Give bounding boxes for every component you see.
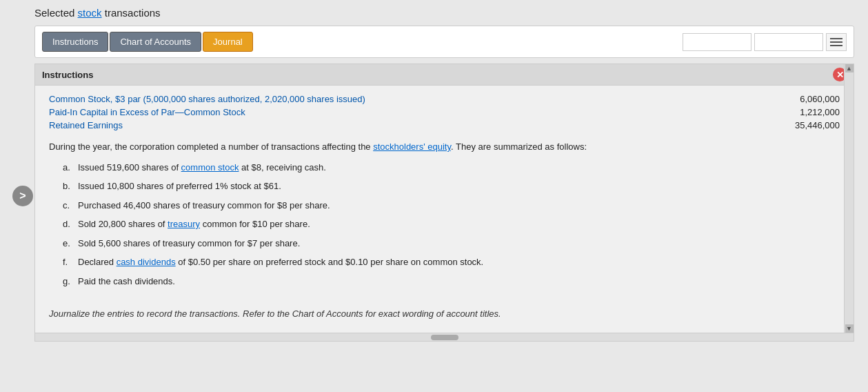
account-value-3: 35,446,000 [771,120,840,130]
trans-label-e: e. [63,237,74,251]
account-name-3: Retained Earnings [49,120,123,130]
trans-text-a: Issued 519,600 shares of common stock at… [78,161,326,175]
journalize-text: Journalize the entries to record the tra… [49,308,840,319]
trans-label-b: b. [63,179,74,193]
tab-buttons: Instructions Chart of Accounts Journal [42,32,683,52]
list-item: a. Issued 519,600 shares of common stock… [63,161,840,175]
account-name-1: Common Stock, $3 par (5,000,000 shares a… [49,94,365,104]
stockholders-equity-link[interactable]: stockholders' equity [373,141,451,152]
trans-text-f: Declared cash dividends of $0.50 per sha… [78,255,483,269]
scroll-up-arrow[interactable]: ▲ [845,64,854,72]
trans-label-c: c. [63,199,74,213]
trans-text-e: Sold 5,600 shares of treasury common for… [78,237,300,251]
scrollbar-right[interactable]: ▲ ▼ [844,64,854,333]
scrollbar-bottom[interactable] [35,333,854,341]
search-input-2[interactable] [754,33,823,51]
tab-instructions[interactable]: Instructions [42,32,108,52]
common-stock-link[interactable]: common stock [181,162,239,173]
cash-dividends-link[interactable]: cash dividends [117,257,176,267]
instructions-panel: Instructions ✕ Common Stock, $3 par (5,0… [34,63,854,342]
treasury-link[interactable]: treasury [168,219,200,229]
trans-text-d: Sold 20,800 shares of treasury common fo… [78,217,310,231]
list-item: f. Declared cash dividends of $0.50 per … [63,255,840,269]
accounts-table: Common Stock, $3 par (5,000,000 shares a… [49,92,840,132]
trans-label-g: g. [63,275,74,288]
list-item: e. Sold 5,600 shares of treasury common … [63,237,840,251]
trans-label-f: f. [63,255,74,269]
menu-line-3 [830,45,842,46]
trans-text-b: Issued 10,800 shares of preferred 1% sto… [78,179,281,193]
instructions-content: Common Stock, $3 par (5,000,000 shares a… [35,86,854,333]
menu-line-2 [830,41,842,43]
tab-bar-container: Instructions Chart of Accounts Journal [34,26,854,58]
trans-text-c: Purchased 46,400 shares of treasury comm… [78,199,330,213]
account-value-1: 6,060,000 [771,94,840,104]
list-item: d. Sold 20,800 shares of treasury common… [63,217,840,231]
account-name-2: Paid-In Capital in Excess of Par—Common … [49,107,245,117]
menu-line-1 [830,38,842,39]
scrollbar-thumb-h [431,335,458,340]
list-item: b. Issued 10,800 shares of preferred 1% … [63,179,840,193]
transactions-list: a. Issued 519,600 shares of common stock… [63,161,840,288]
page-header: Selected stock transactions [34,7,854,19]
tab-journal[interactable]: Journal [203,32,253,52]
header-suffix: transactions [102,7,161,19]
instructions-header: Instructions ✕ [35,64,854,86]
tab-bar-right [683,33,847,51]
trans-text-g: Paid the cash dividends. [78,275,175,288]
tab-chart-of-accounts[interactable]: Chart of Accounts [110,32,201,52]
trans-label-d: d. [63,217,74,231]
page-wrapper: > Selected stock transactions Instructio… [0,0,868,392]
instructions-title: Instructions [42,70,93,80]
table-row: Common Stock, $3 par (5,000,000 shares a… [49,92,840,106]
menu-button[interactable] [826,33,847,51]
scroll-down-arrow[interactable]: ▼ [845,324,854,333]
list-item: c. Purchased 46,400 shares of treasury c… [63,199,840,213]
account-value-2: 1,212,000 [771,107,840,117]
nav-arrow-button[interactable]: > [12,186,33,206]
table-row: Retained Earnings 35,446,000 [49,119,840,132]
search-input[interactable] [683,33,751,51]
trans-label-a: a. [63,161,74,175]
stock-link[interactable]: stock [78,7,102,19]
header-prefix: Selected [34,7,78,19]
table-row: Paid-In Capital in Excess of Par—Common … [49,106,840,119]
description-text: During the year, the corporation complet… [49,140,840,154]
list-item: g. Paid the cash dividends. [63,275,840,288]
